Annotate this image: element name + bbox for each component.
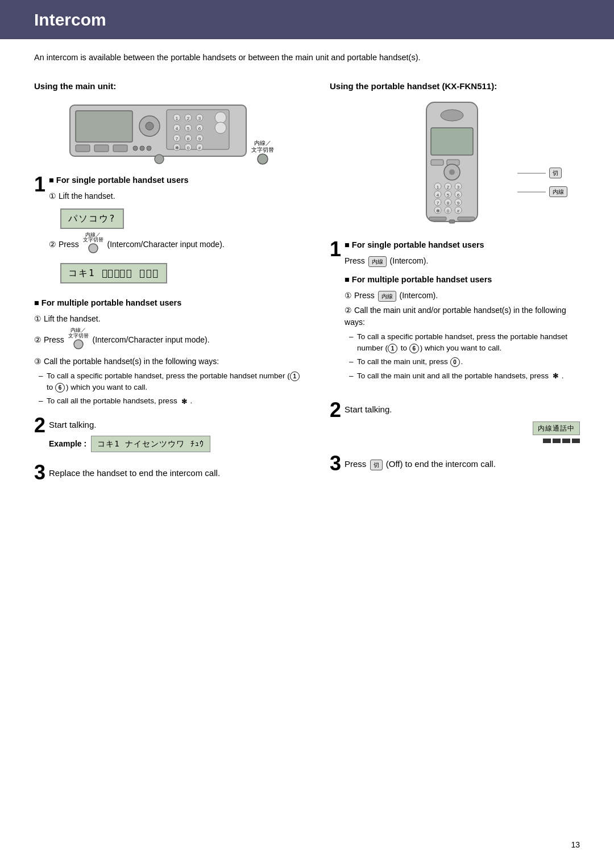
two-col-layout: Using the main unit: 1 2 [34,80,580,493]
intercom-status-text: 内線通話中 [533,422,580,435]
svg-rect-32 [94,145,109,152]
handset-illustration: 1 2 3 4 5 6 7 8 [330,99,580,230]
step1-single-block: 1 ■ For single portable handset users ① … [34,174,307,287]
svg-rect-72 [429,217,446,220]
step2-block: 2 Start talking. Example : コキ1 ナイセンツウワ ﾁ… [34,415,307,453]
svg-text:9: 9 [457,201,460,206]
svg-text:1: 1 [437,185,439,190]
svg-rect-1 [76,111,132,142]
svg-point-34 [133,146,138,151]
svg-text:2: 2 [447,185,450,190]
press-text: Press [345,256,365,265]
step1-single-sub1: ① Lift the handset. [49,190,307,202]
svg-point-42 [441,110,463,121]
step1-single-heading: ■ For single portable handset users [49,174,307,187]
example-label: Example : [49,439,86,448]
multi-dash1: To call a specific portable handset, pre… [34,370,307,394]
page: Intercom An intercom is available betwee… [0,0,614,868]
right-step2-number: 2 [330,400,341,420]
right-step2-label: Start talking. [345,404,392,414]
svg-text:5: 5 [447,193,450,198]
main-unit-svg: 1 2 3 4 5 6 [67,99,249,165]
step3-block: 3 Replace the handset to end the interco… [34,462,307,483]
example-area: Example : コキ1 ナイセンツウワ ﾁｭｳ [49,436,307,452]
svg-text:3: 3 [198,116,201,121]
svg-text:6: 6 [198,126,201,131]
svg-rect-44 [431,160,443,165]
step2-content: Start talking. Example : コキ1 ナイセンツウワ ﾁｭｳ [49,415,307,453]
svg-text:6: 6 [457,193,460,198]
off-button-step3: 切 [370,460,383,470]
right-step3-suffix: (Off) to end the intercom call. [386,459,496,469]
svg-point-18 [215,122,226,133]
right-step1-number: 1 [330,239,341,260]
svg-text:4: 4 [437,193,439,198]
left-heading: Using the main unit: [34,80,307,93]
right-step2-block: 2 Start talking. 内線通話中 [330,400,580,444]
svg-text:5: 5 [187,126,190,131]
svg-point-11 [215,112,226,123]
page-title: Intercom [0,0,614,39]
step3-label: Replace the handset to end the intercom … [49,468,220,478]
svg-text:8: 8 [187,136,190,141]
svg-rect-74 [449,220,455,223]
intercom-btn-multi: 内線 [378,291,396,302]
svg-rect-33 [113,145,127,152]
svg-text:0: 0 [447,208,450,214]
right-step1-single-block: 1 ■ For single portable handset users Pr… [330,239,580,390]
svg-text:8: 8 [447,201,450,206]
handset-button-labels: 切 内線 [517,168,569,197]
right-step1-multi-heading: ■ For multiple portable handset users [345,274,580,286]
off-button-label: 切 [549,168,562,178]
svg-rect-43 [431,128,473,155]
right-step3-content: Press 切 (Off) to end the intercom call. [345,453,580,471]
step1-multi-heading: ■ For multiple portable handset users [34,297,307,310]
example-box: コキ1 ナイセンツウワ ﾁｭｳ [91,436,210,452]
svg-point-35 [140,146,144,151]
bar-seg-4 [572,439,580,443]
svg-rect-31 [76,145,90,152]
multi-sub1: ① Lift the handset. [34,313,307,325]
bar-seg-2 [553,439,561,443]
right-heading: Using the portable handset (KX-FKN511): [330,80,580,93]
page-number: 13 [571,839,580,851]
main-unit-illustration: 1 2 3 4 5 6 [34,99,307,169]
intercom-char-button-2: 内線／文字切替 [68,328,89,353]
right-multi-sub2: ② Call the main unit and/or portable han… [345,304,580,328]
svg-text:0: 0 [187,145,190,151]
step1-multi-block: ■ For multiple portable handset users ① … [34,297,307,407]
svg-text:#: # [198,145,201,151]
lcd-display-2: コキ1 ヒﾞﾀﾞｼ ﾁｭｳ [60,263,167,283]
svg-rect-73 [458,217,475,220]
right-step2-content: Start talking. 内線通話中 [345,400,580,444]
right-step1-single-text: Press 内線 (Intercom). [345,255,580,267]
main-unit-label: 内線／文字切替 [251,140,274,166]
svg-point-47 [449,169,455,175]
multi-sub2: ② Press 内線／文字切替 (Intercom/Character inpu… [34,328,307,353]
step1-content: ■ For single portable handset users ① Li… [49,174,307,287]
intercom-text: (Intercom). [390,256,429,265]
right-step3-prefix: Press [345,459,366,469]
intro-text: An intercom is available between the por… [34,52,580,64]
svg-point-39 [89,244,98,253]
svg-text:7: 7 [437,201,439,206]
step2-label: Start talking. [49,420,96,429]
svg-text:7: 7 [176,136,179,141]
svg-text:4: 4 [176,126,179,131]
right-step1-content: ■ For single portable handset users Pres… [345,239,580,390]
svg-point-37 [155,155,164,164]
right-multi-dash3: To call the main unit and all the portab… [345,370,580,382]
svg-point-38 [258,154,268,164]
svg-text:2: 2 [187,116,190,121]
svg-text:3: 3 [457,185,460,190]
svg-text:✻: ✻ [436,208,440,214]
step1-single-sub2: ② Press 内線／文字切替 (Intercom/Character inpu… [49,232,307,257]
svg-point-3 [146,122,154,130]
step3-content: Replace the handset to end the intercom … [49,462,307,480]
svg-text:9: 9 [198,136,201,141]
intercom-btn-single: 内線 [368,256,387,267]
intercom-char-button-1: 内線／文字切替 [83,232,103,257]
svg-text:✻: ✻ [175,145,179,151]
bar-seg-1 [543,439,551,443]
right-step3-number: 3 [330,453,341,474]
